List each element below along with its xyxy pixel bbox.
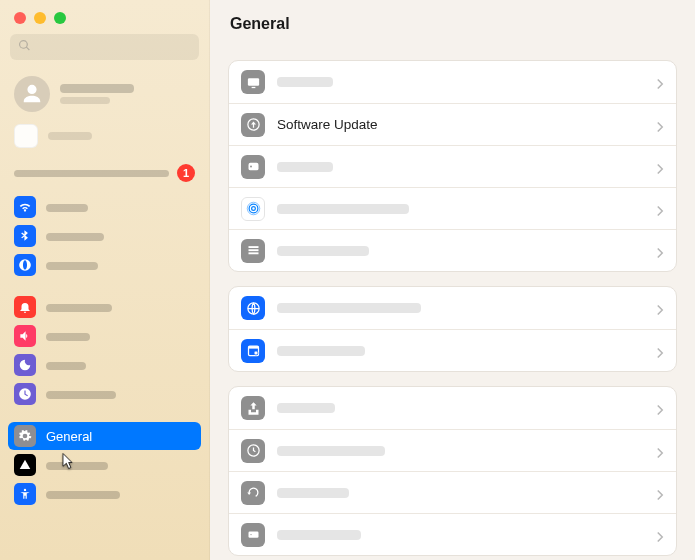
language-region-icon	[241, 296, 265, 320]
svg-point-0	[24, 489, 26, 491]
close-window-button[interactable]	[14, 12, 26, 24]
chevron-right-icon	[656, 76, 664, 88]
account-name	[60, 84, 134, 104]
settings-row-storage-icon[interactable]	[229, 145, 676, 187]
gear-icon	[14, 425, 36, 447]
chevron-right-icon	[656, 445, 664, 457]
svg-rect-2	[251, 86, 255, 87]
settings-row-transfer-reset-icon[interactable]	[229, 471, 676, 513]
sidebar-item-label	[46, 387, 116, 402]
family-label	[48, 132, 92, 140]
chevron-right-icon	[656, 487, 664, 499]
zoom-window-button[interactable]	[54, 12, 66, 24]
svg-rect-10	[248, 249, 258, 251]
storage-icon	[241, 155, 265, 179]
sidebar-item-1[interactable]	[8, 222, 201, 250]
family-row[interactable]	[0, 120, 209, 158]
sidebar-item-label	[46, 200, 88, 215]
sidebar-item-label	[46, 358, 86, 373]
focus-icon	[14, 354, 36, 376]
sidebar-item-label	[46, 487, 120, 502]
update-badge: 1	[177, 164, 195, 182]
bluetooth-icon	[14, 225, 36, 247]
settings-row-label: Software Update	[277, 117, 644, 132]
software-update-sidebar-row[interactable]: 1	[0, 158, 209, 190]
settings-row-login-items-icon[interactable]	[229, 229, 676, 271]
login-items-icon	[241, 239, 265, 263]
settings-row-label	[277, 204, 644, 214]
chevron-right-icon	[656, 529, 664, 541]
settings-row-sharing-icon[interactable]	[229, 387, 676, 429]
content-pane: General Software Update	[210, 0, 695, 560]
chevron-right-icon	[656, 302, 664, 314]
notifications-icon	[14, 296, 36, 318]
settings-row-about-icon[interactable]	[229, 61, 676, 103]
minimize-window-button[interactable]	[34, 12, 46, 24]
family-icon	[14, 124, 38, 148]
svg-rect-11	[248, 252, 258, 254]
svg-rect-14	[248, 346, 258, 349]
sidebar-item-5[interactable]	[8, 351, 201, 379]
accessibility-icon	[14, 483, 36, 505]
appearance-icon	[14, 454, 36, 476]
apple-id-row[interactable]	[0, 70, 209, 120]
sidebar-item-0[interactable]	[8, 193, 201, 221]
update-sidebar-label	[14, 170, 169, 177]
sharing-icon	[241, 396, 265, 420]
search-field[interactable]	[10, 34, 199, 60]
sound-icon	[14, 325, 36, 347]
sidebar-item-general[interactable]: General	[8, 422, 201, 450]
airdrop-icon	[241, 197, 265, 221]
settings-row-language-region-icon[interactable]	[229, 287, 676, 329]
sidebar-item-3[interactable]	[8, 293, 201, 321]
chevron-right-icon	[656, 402, 664, 414]
settings-row-date-time-icon[interactable]	[229, 329, 676, 371]
settings-row-startup-disk-icon[interactable]	[229, 513, 676, 555]
svg-point-5	[250, 166, 252, 168]
settings-row-label	[277, 488, 644, 498]
content-header: General	[210, 0, 695, 48]
svg-point-7	[249, 204, 258, 213]
svg-point-6	[251, 207, 255, 211]
date-time-icon	[241, 339, 265, 363]
chevron-right-icon	[656, 161, 664, 173]
chevron-right-icon	[656, 345, 664, 357]
sidebar-item-2[interactable]	[8, 251, 201, 279]
settings-row-label	[277, 446, 644, 456]
chevron-right-icon	[656, 203, 664, 215]
settings-row-label	[277, 346, 644, 356]
avatar	[14, 76, 50, 112]
window-controls	[0, 0, 209, 34]
sidebar-item-4[interactable]	[8, 322, 201, 350]
chevron-right-icon	[656, 119, 664, 131]
svg-rect-1	[247, 78, 258, 86]
svg-point-19	[250, 534, 251, 535]
settings-row-time-machine-icon[interactable]	[229, 429, 676, 471]
settings-groups: Software Update	[210, 48, 695, 560]
settings-group-0: Software Update	[228, 60, 677, 272]
network-icon	[14, 254, 36, 276]
svg-rect-18	[248, 531, 258, 537]
settings-row-label	[277, 246, 644, 256]
search-input[interactable]	[37, 40, 191, 54]
settings-row-airdrop-icon[interactable]	[229, 187, 676, 229]
sidebar-list: General	[0, 190, 209, 560]
settings-window: 1 General General Software Update	[0, 0, 695, 560]
time-machine-icon	[241, 439, 265, 463]
sidebar-item-6[interactable]	[8, 380, 201, 408]
sidebar-item-8[interactable]	[8, 451, 201, 479]
search-icon	[18, 38, 31, 56]
sidebar-item-label	[46, 300, 112, 315]
svg-rect-9	[248, 246, 258, 248]
sidebar-item-9[interactable]	[8, 480, 201, 508]
startup-disk-icon	[241, 523, 265, 547]
about-icon	[241, 70, 265, 94]
settings-row-label	[277, 77, 644, 87]
settings-row-label	[277, 303, 644, 313]
sidebar-item-label	[46, 229, 104, 244]
settings-row-software-update[interactable]: Software Update	[229, 103, 676, 145]
settings-group-2	[228, 386, 677, 556]
settings-row-label	[277, 162, 644, 172]
page-title: General	[230, 15, 290, 33]
sidebar-item-label	[46, 258, 98, 273]
